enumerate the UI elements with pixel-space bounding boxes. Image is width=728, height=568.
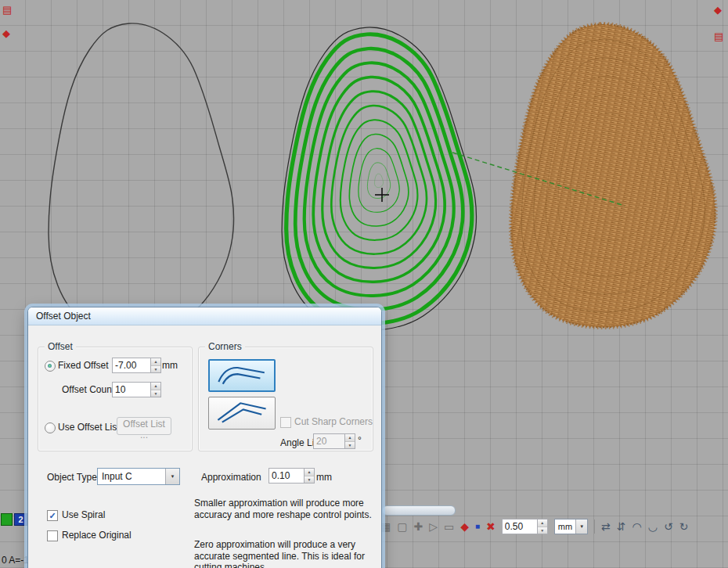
edge-tool-4-icon[interactable]: ▤ bbox=[714, 31, 723, 41]
stitch-width-input[interactable] bbox=[502, 519, 537, 534]
shape-icon[interactable]: ▭ bbox=[444, 521, 454, 532]
corner-style-rounded-button[interactable] bbox=[208, 359, 276, 392]
angle-limit-spin: ▲ ▼ bbox=[344, 433, 355, 449]
spin-up-button[interactable]: ▲ bbox=[151, 358, 160, 366]
offset-group: Offset Fixed Offset ▲ ▼ mm Offset Count … bbox=[38, 347, 193, 451]
object-type-value: Input C bbox=[98, 469, 165, 484]
spin-down-icon: ▼ bbox=[154, 391, 158, 396]
chevron-down-icon: ▼ bbox=[575, 519, 587, 534]
layer-badge[interactable]: 2 bbox=[14, 513, 27, 526]
offset-list-button[interactable]: Offset List ... bbox=[117, 417, 171, 435]
angle-limit-unit: ° bbox=[358, 435, 362, 446]
angle-limit-input[interactable] bbox=[313, 433, 344, 449]
dialog-titlebar[interactable]: Offset Object bbox=[28, 307, 381, 325]
mirror-horizontal-icon[interactable]: ⇄ bbox=[601, 521, 611, 532]
approximation-note-2: Zero approximation will produce a very a… bbox=[194, 539, 386, 568]
spin-down-icon: ▼ bbox=[154, 367, 158, 372]
horizontal-scrollbar[interactable] bbox=[382, 505, 456, 516]
use-spiral-label: Use Spiral bbox=[62, 509, 105, 520]
add-node-icon[interactable]: ✚ bbox=[413, 521, 423, 532]
offset-count-label: Offset Count bbox=[62, 384, 114, 395]
spin-down-button[interactable]: ▼ bbox=[538, 527, 547, 534]
spin-down-button[interactable]: ▼ bbox=[305, 476, 314, 484]
spin-up-icon: ▲ bbox=[348, 435, 352, 440]
object-type-dropdown[interactable]: Input C ▼ bbox=[97, 468, 180, 485]
cut-sharp-corners-label: Cut Sharp Corners bbox=[294, 416, 373, 427]
sharp-corner-icon bbox=[211, 398, 273, 426]
fixed-offset-label: Fixed Offset bbox=[58, 360, 108, 371]
spin-down-button[interactable]: ▼ bbox=[345, 442, 355, 449]
color-swatch-icon[interactable]: ■ bbox=[475, 523, 480, 530]
fixed-offset-radio[interactable] bbox=[45, 361, 56, 372]
edge-tool-1-icon[interactable]: ▤ bbox=[2, 5, 12, 15]
rotate-ccw-icon[interactable]: ↺ bbox=[664, 521, 673, 532]
fixed-offset-input[interactable] bbox=[112, 358, 150, 373]
use-spiral-checkbox[interactable]: ✓ bbox=[47, 510, 58, 521]
stitch-width-spin: ▲ ▼ bbox=[537, 519, 548, 534]
stitch-object[interactable] bbox=[511, 24, 715, 327]
approximation-unit: mm bbox=[316, 472, 332, 483]
color-layer-badges: 2 bbox=[1, 513, 27, 526]
use-offset-list-radio[interactable] bbox=[45, 422, 56, 433]
fixed-offset-unit: mm bbox=[162, 360, 178, 371]
approximation-label: Approximation bbox=[201, 472, 261, 483]
cut-sharp-corners-checkbox[interactable] bbox=[280, 417, 291, 428]
bottom-toolbar: ▦ ▢ ✚ ▷ ▭ ◆ ■ ✖ ▲ ▼ mm ▼ ⇄ ⇵ ◠ ◡ ↺ ↻ bbox=[380, 516, 688, 537]
approximation-input[interactable] bbox=[268, 468, 304, 484]
spin-up-button[interactable]: ▲ bbox=[305, 469, 314, 476]
unit-value: mm bbox=[555, 519, 575, 534]
spin-down-button[interactable]: ▼ bbox=[151, 366, 160, 373]
select-box-icon[interactable]: ▢ bbox=[397, 521, 407, 532]
arc-down-icon[interactable]: ◡ bbox=[648, 521, 658, 532]
angle-limit-stepper: ▲ ▼ bbox=[313, 433, 355, 449]
offset-count-input[interactable] bbox=[112, 382, 150, 397]
spin-up-icon: ▲ bbox=[154, 383, 158, 388]
spin-down-icon: ▼ bbox=[308, 477, 312, 482]
spin-up-icon: ▲ bbox=[154, 359, 158, 364]
spin-up-button[interactable]: ▲ bbox=[538, 519, 547, 527]
rotate-cw-icon[interactable]: ↻ bbox=[679, 521, 689, 532]
offset-count-spin: ▲ ▼ bbox=[150, 382, 161, 397]
cursor-crosshair bbox=[375, 188, 389, 202]
red-diamond-icon[interactable]: ◆ bbox=[460, 521, 469, 532]
fixed-offset-stepper: ▲ ▼ bbox=[112, 358, 161, 373]
outline-object[interactable] bbox=[49, 23, 234, 336]
mesh-icon[interactable]: ▦ bbox=[380, 521, 391, 532]
arc-up-icon[interactable]: ◠ bbox=[632, 521, 642, 532]
approximation-note-1: Smaller approximation will produce more … bbox=[194, 498, 386, 520]
chevron-down-icon: ▼ bbox=[165, 469, 179, 484]
approximation-stepper: ▲ ▼ bbox=[268, 468, 315, 484]
edge-tool-3-icon[interactable]: ◆ bbox=[714, 5, 722, 15]
spin-up-button[interactable]: ▲ bbox=[345, 434, 355, 442]
unit-dropdown[interactable]: mm ▼ bbox=[554, 519, 588, 534]
replace-original-checkbox[interactable] bbox=[47, 530, 58, 541]
fixed-offset-spin: ▲ ▼ bbox=[150, 358, 161, 373]
toolbar-separator bbox=[594, 519, 595, 534]
offset-object[interactable] bbox=[282, 27, 476, 330]
corners-group-label: Corners bbox=[205, 341, 245, 352]
use-offset-list-label: Use Offset List bbox=[58, 422, 119, 433]
spin-up-icon: ▲ bbox=[308, 469, 312, 474]
stitch-width-stepper: ▲ ▼ bbox=[502, 519, 548, 534]
spin-down-icon: ▼ bbox=[540, 528, 544, 533]
red-cross-icon[interactable]: ✖ bbox=[486, 521, 496, 532]
corners-group: Corners Cut Sharp Corners Angle Limit bbox=[198, 347, 373, 451]
offset-object-dialog: Offset Object Offset Fixed Offset ▲ ▼ mm… bbox=[28, 307, 381, 568]
offset-count-stepper: ▲ ▼ bbox=[112, 382, 161, 397]
mirror-vertical-icon[interactable]: ⇵ bbox=[617, 521, 626, 532]
check-icon: ✓ bbox=[49, 511, 56, 520]
dialog-title: Offset Object bbox=[28, 307, 91, 325]
replace-original-label: Replace Original bbox=[62, 530, 132, 541]
rounded-corner-icon bbox=[211, 361, 273, 389]
spin-up-button[interactable]: ▲ bbox=[151, 383, 160, 390]
spin-up-icon: ▲ bbox=[540, 520, 544, 525]
edge-tool-2-icon[interactable]: ◆ bbox=[2, 28, 10, 38]
spin-down-button[interactable]: ▼ bbox=[151, 390, 160, 397]
object-type-label: Object Type bbox=[47, 472, 97, 483]
spin-down-icon: ▼ bbox=[348, 443, 352, 448]
approximation-spin: ▲ ▼ bbox=[304, 468, 315, 484]
offset-group-label: Offset bbox=[45, 341, 76, 352]
color-swatch-green[interactable] bbox=[1, 513, 13, 526]
corner-style-sharp-button[interactable] bbox=[208, 397, 276, 430]
run-icon[interactable]: ▷ bbox=[429, 521, 438, 532]
